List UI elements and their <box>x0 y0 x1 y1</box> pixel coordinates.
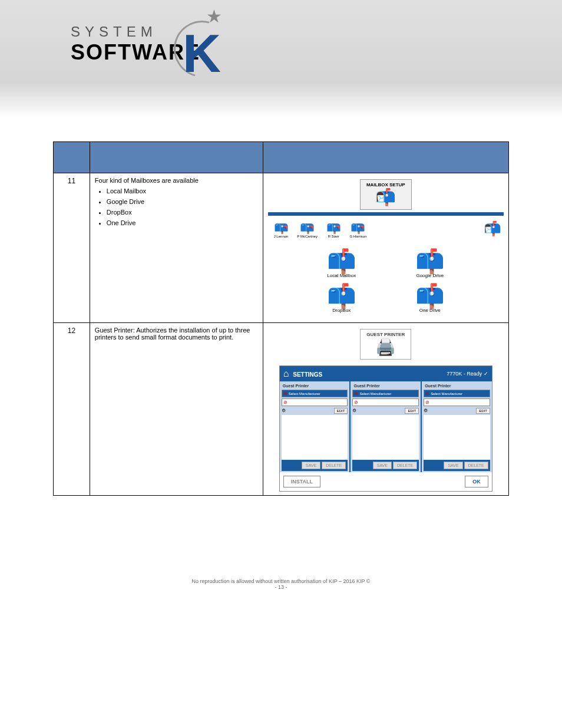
mailbox-type-option[interactable]: 📫One Drive <box>398 284 462 313</box>
guest-printer-label: GUEST PRINTER <box>366 332 405 337</box>
list-item: Google Drive <box>107 198 258 205</box>
mailbox-icon: 📬 <box>375 187 396 207</box>
step-number: 11 <box>54 173 90 323</box>
logo-line1: SYSTEM <box>71 24 562 40</box>
mailbox-setup-button[interactable]: MAILBOX SETUP 📬 <box>360 179 412 210</box>
mailbox-type-grid: 📫Local Mailbox 📫Google Drive 📫DropBox 📫O… <box>309 249 462 313</box>
delete-button[interactable]: DELETE <box>393 462 417 469</box>
mailbox-item[interactable]: 📪R Starr <box>326 220 341 238</box>
option-label: Local Mailbox <box>327 273 356 278</box>
mailbox-item[interactable]: 📪J Lennon <box>274 220 289 238</box>
document-content: 11 Four kind of Mailboxes are available … <box>0 118 562 602</box>
list-item: DropBox <box>107 209 258 216</box>
network-icon: ⚙ <box>282 408 286 413</box>
page-header: ★ SYSTEM SOFTWARE K <box>0 0 562 118</box>
prohibit-icon: ⊘ <box>425 391 429 396</box>
table-header-row <box>54 142 509 173</box>
model-field[interactable]: ⊘ <box>352 398 419 406</box>
settings-title: SETTINGS <box>293 371 322 378</box>
save-button[interactable]: SAVE <box>373 462 392 469</box>
guest-printer-column: Guest Printer ⊘Select Manufacturer ⊘ ⚙ED… <box>280 381 351 472</box>
table-row: 12 Guest Printer: Authorizes the install… <box>54 323 509 496</box>
prohibit-icon: ⊘ <box>354 391 358 396</box>
printer-icon: 🖨️ <box>375 338 396 356</box>
ok-button[interactable]: OK <box>465 476 488 487</box>
delete-button[interactable]: DELETE <box>464 462 488 469</box>
settings-header: ⌂ SETTINGS 7770K - Ready ✓ <box>280 366 492 381</box>
mailbox-icon: 📪 <box>274 220 289 235</box>
column-title: Guest Printer <box>352 383 419 389</box>
mailbox-type-option[interactable]: 📫DropBox <box>309 284 374 313</box>
page-footer: No reproduction is allowed without writt… <box>53 578 509 590</box>
mailbox-types-list: Local Mailbox Google Drive DropBox One D… <box>107 187 258 226</box>
option-label: One Drive <box>419 308 441 313</box>
dialog-bottom-bar: INSTALL OK <box>280 472 492 491</box>
option-label: DropBox <box>332 308 351 313</box>
guest-printer-column: Guest Printer ⊘Select Manufacturer ⊘ ⚙ED… <box>351 381 422 472</box>
mailbox-icon: 📪 <box>297 220 318 235</box>
delete-button[interactable]: DELETE <box>322 462 346 469</box>
mailbox-icon: 📫 <box>309 284 374 308</box>
manufacturer-select[interactable]: ⊘Select Manufacturer <box>424 390 490 397</box>
network-icon: ⚙ <box>352 408 356 413</box>
guest-printer-columns: Guest Printer ⊘Select Manufacturer ⊘ ⚙ED… <box>280 381 492 472</box>
add-mailbox-button[interactable]: 📬 <box>484 220 501 237</box>
mailbox-icon: 📪 <box>326 220 341 235</box>
logo-k: K <box>183 24 221 84</box>
list-item: One Drive <box>107 219 258 226</box>
edit-button[interactable]: EDIT <box>476 408 490 414</box>
edit-button[interactable]: EDIT <box>405 408 419 414</box>
guest-printer-column: Guest Printer ⊘Select Manufacturer ⊘ ⚙ED… <box>422 381 492 472</box>
mailbox-type-option[interactable]: 📫Local Mailbox <box>309 249 374 278</box>
prohibit-icon: ⊘ <box>283 391 287 396</box>
page-number: - 13 - <box>275 584 287 590</box>
mailbox-label: J Lennon <box>274 235 289 238</box>
step-screenshot: GUEST PRINTER 🖨️ ⌂ SETTINGS 7770K - Read… <box>263 323 508 496</box>
mailbox-icon: 📫 <box>398 284 462 308</box>
logo-line2: SOFTWARE <box>71 40 562 65</box>
existing-mailboxes-row: 📪J Lennon 📪P McCartney 📪R Starr 📪G Harri… <box>268 212 504 243</box>
mailbox-item[interactable]: 📪P McCartney <box>297 220 318 238</box>
step-number: 12 <box>54 323 90 496</box>
network-icon: ⚙ <box>424 408 428 413</box>
prohibit-icon: ⊘ <box>425 400 429 405</box>
steps-table: 11 Four kind of Mailboxes are available … <box>53 141 509 496</box>
mailbox-icon: 📫 <box>309 249 374 273</box>
save-button[interactable]: SAVE <box>444 462 462 469</box>
home-icon[interactable]: ⌂ <box>283 368 289 378</box>
mailbox-type-option[interactable]: 📫Google Drive <box>398 249 462 278</box>
install-button[interactable]: INSTALL <box>283 476 320 487</box>
desc-intro: Four kind of Mailboxes are available <box>95 177 258 184</box>
mailbox-item[interactable]: 📪G Harrison <box>349 220 366 238</box>
list-item: Local Mailbox <box>107 187 258 195</box>
mailbox-icon: 📫 <box>398 249 462 273</box>
step-screenshot: MAILBOX SETUP 📬 📪J Lennon 📪P McCartney 📪… <box>263 173 508 323</box>
status-ok-icon: ✓ <box>484 371 488 377</box>
mailbox-icon: 📪 <box>349 220 366 235</box>
edit-button[interactable]: EDIT <box>334 408 348 414</box>
manufacturer-select[interactable]: ⊘Select Manufacturer <box>352 390 419 397</box>
model-field[interactable]: ⊘ <box>424 398 490 406</box>
prohibit-icon: ⊘ <box>283 400 287 405</box>
mailbox-label: R Starr <box>328 235 339 238</box>
settings-dialog: ⌂ SETTINGS 7770K - Ready ✓ Guest Printer… <box>279 365 492 492</box>
printer-status: 7770K - Ready ✓ <box>447 371 488 377</box>
manufacturer-select[interactable]: ⊘Select Manufacturer <box>282 390 348 397</box>
prohibit-icon: ⊘ <box>354 400 358 405</box>
mailbox-label: P McCartney <box>297 235 318 238</box>
table-row: 11 Four kind of Mailboxes are available … <box>54 173 509 323</box>
copyright-text: No reproduction is allowed without writt… <box>192 578 365 584</box>
step-description: Four kind of Mailboxes are available Loc… <box>90 173 263 323</box>
column-title: Guest Printer <box>282 383 348 389</box>
mailbox-setup-label: MAILBOX SETUP <box>366 182 405 187</box>
step-description: Guest Printer: Authorizes the installati… <box>90 323 263 496</box>
option-label: Google Drive <box>416 273 444 278</box>
mailbox-label: G Harrison <box>349 235 366 238</box>
model-field[interactable]: ⊘ <box>282 398 348 406</box>
column-title: Guest Printer <box>424 383 490 389</box>
guest-printer-button[interactable]: GUEST PRINTER 🖨️ <box>360 329 411 360</box>
save-button[interactable]: SAVE <box>302 462 320 469</box>
